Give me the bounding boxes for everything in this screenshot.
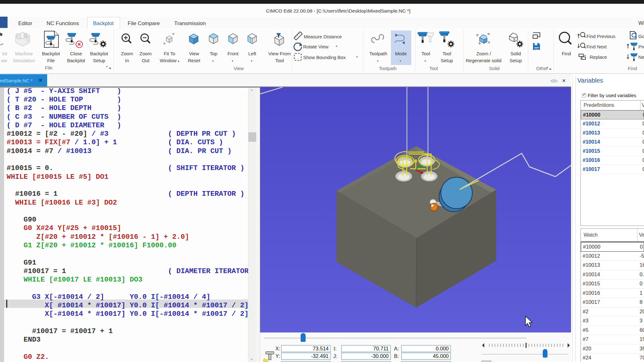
svg-text:DXF: DXF	[535, 47, 540, 50]
